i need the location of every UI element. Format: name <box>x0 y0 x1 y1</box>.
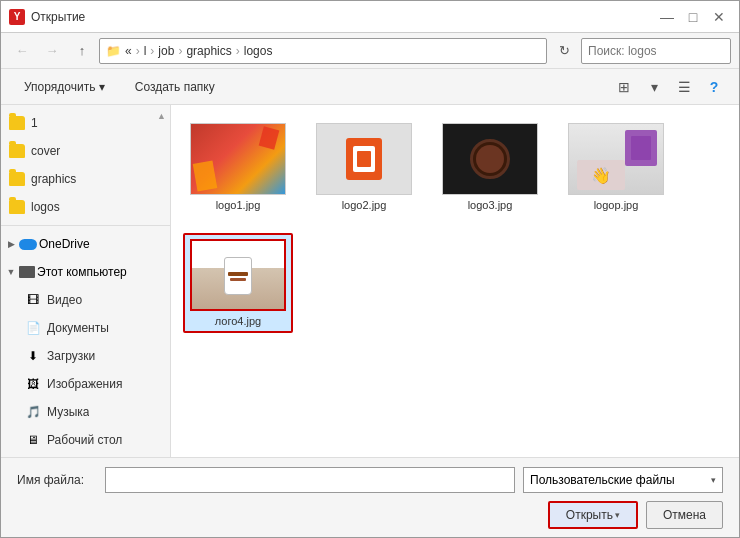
sidebar-label-images: Изображения <box>47 377 122 391</box>
file-thumbnail-logop: 👋 <box>568 123 664 195</box>
file-item-logop[interactable]: 👋 logop.jpg <box>561 117 671 217</box>
sidebar-item-1[interactable]: 1 <box>1 109 170 137</box>
back-button[interactable]: ← <box>9 38 35 64</box>
filename-row: Имя файла: Пользовательские файлы ▾ <box>17 467 723 493</box>
view-controls: ⊞ ▾ ☰ ? <box>611 74 727 100</box>
app-icon: Y <box>9 9 25 25</box>
file-thumbnail-logo2 <box>316 123 412 195</box>
sidebar-label-1: 1 <box>31 116 38 130</box>
new-folder-button[interactable]: Создать папку <box>124 74 226 100</box>
file-thumbnail-logo1 <box>190 123 286 195</box>
sep3: › <box>178 44 182 58</box>
sidebar-item-video[interactable]: 🎞 Видео <box>1 286 170 314</box>
sidebar-label-documents: Документы <box>47 321 109 335</box>
organize-button[interactable]: Упорядочить ▾ <box>13 74 116 100</box>
file-name-logo3: logo3.jpg <box>468 199 513 211</box>
music-folder-icon: 🎵 <box>25 405 41 419</box>
file-thumbnail-logo4 <box>190 239 286 311</box>
breadcrumb-part-l: l <box>144 44 147 58</box>
sidebar-item-music[interactable]: 🎵 Музыка <box>1 398 170 426</box>
bottom-actions: Открыть ▾ Отмена <box>17 501 723 529</box>
sidebar-label-cover: cover <box>31 144 60 158</box>
window-title: Открытие <box>31 10 655 24</box>
file-item-logo3[interactable]: logo3.jpg <box>435 117 545 217</box>
view-thumbnails-button[interactable]: ⊞ <box>611 74 637 100</box>
scroll-up-indicator[interactable]: ▲ <box>157 111 166 121</box>
help-button[interactable]: ? <box>701 74 727 100</box>
sidebar-label-video: Видео <box>47 293 82 307</box>
sidebar-item-images[interactable]: 🖼 Изображения <box>1 370 170 398</box>
open-dialog-window: Y Открытие — □ ✕ ← → ↑ 📁 « › l › job › g… <box>0 0 740 538</box>
bottom-bar: Имя файла: Пользовательские файлы ▾ Откр… <box>1 457 739 537</box>
filename-label: Имя файла: <box>17 473 97 487</box>
downloads-folder-icon: ⬇ <box>25 349 41 363</box>
computer-expander: ▼ <box>5 266 17 278</box>
file-name-logo4: лого4.jpg <box>215 315 261 327</box>
sidebar-item-cover[interactable]: cover <box>1 137 170 165</box>
open-button[interactable]: Открыть ▾ <box>548 501 638 529</box>
close-button[interactable]: ✕ <box>707 7 731 27</box>
folder-icon-1 <box>9 116 25 130</box>
file-item-logo2[interactable]: logo2.jpg <box>309 117 419 217</box>
main-content: ▲ 1 cover graphics logos ▶ <box>1 105 739 457</box>
cloud-icon <box>19 239 37 250</box>
cancel-button[interactable]: Отмена <box>646 501 723 529</box>
file-grid: logo1.jpg logo2.jpg <box>183 117 727 333</box>
file-item-logo1[interactable]: logo1.jpg <box>183 117 293 217</box>
filetype-label: Пользовательские файлы <box>530 473 675 487</box>
maximize-button[interactable]: □ <box>681 7 705 27</box>
folder-icon-logos <box>9 200 25 214</box>
sidebar-label-desktop: Рабочий стол <box>47 433 122 447</box>
file-area: logo1.jpg logo2.jpg <box>171 105 739 457</box>
folder-icon-cover <box>9 144 25 158</box>
filetype-select[interactable]: Пользовательские файлы ▾ <box>523 467 723 493</box>
filetype-chevron: ▾ <box>711 475 716 485</box>
sidebar-item-downloads[interactable]: ⬇ Загрузки <box>1 342 170 370</box>
sep1: › <box>136 44 140 58</box>
sidebar-item-documents[interactable]: 📄 Документы <box>1 314 170 342</box>
refresh-button[interactable]: ↻ <box>551 38 577 64</box>
search-input[interactable] <box>588 44 738 58</box>
title-bar: Y Открытие — □ ✕ <box>1 1 739 33</box>
desktop-folder-icon: 🖥 <box>25 433 41 447</box>
sidebar-label-downloads: Загрузки <box>47 349 95 363</box>
docs-folder-icon: 📄 <box>25 321 41 335</box>
onedrive-expander: ▶ <box>5 238 17 250</box>
sep4: › <box>236 44 240 58</box>
sidebar-label-computer: Этот компьютер <box>37 265 127 279</box>
organize-toolbar: Упорядочить ▾ Создать папку ⊞ ▾ ☰ ? <box>1 69 739 105</box>
sidebar-label-onedrive: OneDrive <box>39 237 90 251</box>
folder-icon-graphics <box>9 172 25 186</box>
sidebar-label-graphics: graphics <box>31 172 76 186</box>
file-thumbnail-logo3 <box>442 123 538 195</box>
file-name-logo1: logo1.jpg <box>216 199 261 211</box>
breadcrumb-part-arrow: « <box>125 44 132 58</box>
address-bar[interactable]: 📁 « › l › job › graphics › logos <box>99 38 547 64</box>
sidebar-group-computer[interactable]: ▼ Этот компьютер <box>1 258 170 286</box>
view-details-button[interactable]: ☰ <box>671 74 697 100</box>
breadcrumb-part-graphics: graphics <box>186 44 231 58</box>
breadcrumb-part-job: job <box>158 44 174 58</box>
sidebar-item-desktop[interactable]: 🖥 Рабочий стол <box>1 426 170 454</box>
sidebar-group-onedrive[interactable]: ▶ OneDrive <box>1 230 170 258</box>
sidebar-item-graphics[interactable]: graphics <box>1 165 170 193</box>
minimize-button[interactable]: — <box>655 7 679 27</box>
computer-icon <box>19 266 35 278</box>
breadcrumb-part-logos: logos <box>244 44 273 58</box>
file-item-logo4[interactable]: лого4.jpg <box>183 233 293 333</box>
view-dropdown-button[interactable]: ▾ <box>641 74 667 100</box>
sidebar-label-music: Музыка <box>47 405 89 419</box>
filename-input[interactable] <box>105 467 515 493</box>
up-button[interactable]: ↑ <box>69 38 95 64</box>
sep2: › <box>150 44 154 58</box>
video-folder-icon: 🎞 <box>25 293 41 307</box>
sidebar-item-logos[interactable]: logos <box>1 193 170 221</box>
file-name-logop: logop.jpg <box>594 199 639 211</box>
sidebar-label-logos: logos <box>31 200 60 214</box>
sidebar: ▲ 1 cover graphics logos ▶ <box>1 105 171 457</box>
forward-button[interactable]: → <box>39 38 65 64</box>
search-box[interactable]: 🔍 <box>581 38 731 64</box>
nav-toolbar: ← → ↑ 📁 « › l › job › graphics › logos ↻… <box>1 33 739 69</box>
images-folder-icon: 🖼 <box>25 377 41 391</box>
open-dropdown-arrow[interactable]: ▾ <box>615 510 620 520</box>
